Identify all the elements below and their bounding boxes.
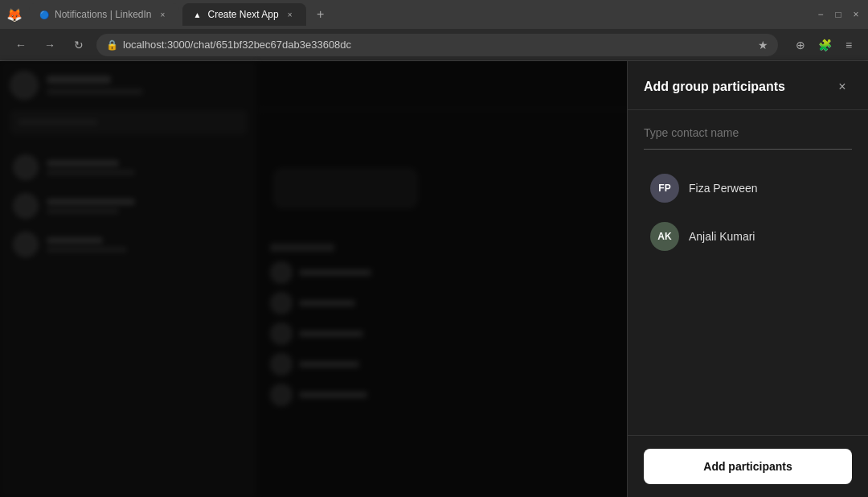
contact-name-fiza: Fiza Perween bbox=[689, 182, 758, 195]
app-favicon: ▲ bbox=[192, 9, 203, 20]
tab-linkedin[interactable]: 🔵 Notifications | LinkedIn × bbox=[29, 3, 179, 26]
contact-avatar-anjali: AK bbox=[650, 222, 679, 251]
bookmarks-icon[interactable]: ⊕ bbox=[791, 35, 810, 55]
tab-app[interactable]: ▲ Create Next App × bbox=[182, 3, 306, 26]
add-participants-button[interactable]: Add participants bbox=[644, 449, 852, 484]
app-content: Add group participants × FP Fiza Perween bbox=[0, 61, 868, 497]
contact-name-anjali: Anjali Kumari bbox=[689, 230, 755, 243]
contact-item-fiza[interactable]: FP Fiza Perween bbox=[644, 166, 852, 211]
contact-list: FP Fiza Perween AK Anjali Kumari bbox=[644, 166, 852, 259]
forward-button[interactable]: → bbox=[39, 34, 61, 56]
extensions-icon[interactable]: 🧩 bbox=[815, 35, 834, 55]
maximize-button[interactable]: □ bbox=[833, 9, 844, 20]
contact-avatar-fiza: FP bbox=[650, 174, 679, 203]
minimize-button[interactable]: − bbox=[815, 9, 826, 20]
tab-bar: 🦊 🔵 Notifications | LinkedIn × ▲ Create … bbox=[0, 0, 868, 29]
modal-close-button[interactable]: × bbox=[833, 77, 852, 97]
url-text: localhost:3000/chat/651bf32bec67dab3e336… bbox=[123, 39, 753, 51]
reload-button[interactable]: ↻ bbox=[68, 34, 90, 56]
tab-linkedin-label: Notifications | LinkedIn bbox=[55, 9, 152, 20]
search-container bbox=[644, 123, 852, 150]
modal-header: Add group participants × bbox=[628, 61, 868, 110]
tab-app-close[interactable]: × bbox=[284, 8, 297, 21]
modal-title: Add group participants bbox=[644, 80, 785, 94]
contact-search-input[interactable] bbox=[644, 123, 852, 142]
linkedin-favicon: 🔵 bbox=[39, 9, 50, 20]
browser-chrome: 🦊 🔵 Notifications | LinkedIn × ▲ Create … bbox=[0, 0, 868, 61]
back-button[interactable]: ← bbox=[10, 34, 32, 56]
modal-panel: Add group participants × FP Fiza Perween bbox=[627, 61, 868, 497]
tab-linkedin-close[interactable]: × bbox=[157, 8, 170, 21]
menu-icon[interactable]: ≡ bbox=[839, 35, 858, 55]
nav-bar: ← → ↻ 🔒 localhost:3000/chat/651bf32bec67… bbox=[0, 29, 868, 61]
modal-body: FP Fiza Perween AK Anjali Kumari bbox=[628, 110, 868, 435]
window-controls: − □ × bbox=[815, 9, 862, 20]
close-window-button[interactable]: × bbox=[850, 9, 862, 20]
left-sidebar bbox=[0, 61, 257, 497]
address-bar[interactable]: 🔒 localhost:3000/chat/651bf32bec67dab3e3… bbox=[96, 34, 778, 56]
browser-nav-icons: ⊕ 🧩 ≡ bbox=[791, 35, 858, 55]
contact-item-anjali[interactable]: AK Anjali Kumari bbox=[644, 214, 852, 259]
add-tab-button[interactable]: + bbox=[309, 3, 332, 26]
firefox-icon: 🦊 bbox=[6, 6, 23, 23]
modal-footer: Add participants bbox=[628, 435, 868, 497]
tab-app-label: Create Next App bbox=[208, 9, 279, 20]
